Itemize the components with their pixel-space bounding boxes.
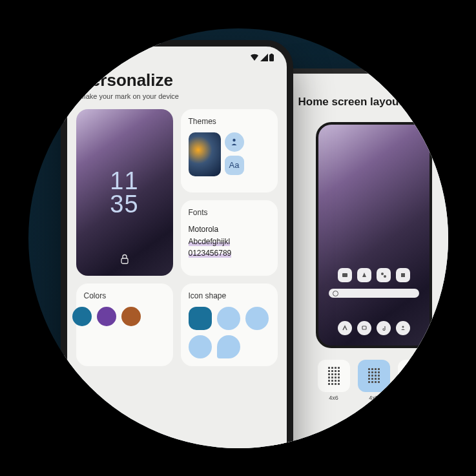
status-time: 11:35: [80, 53, 101, 63]
font-sample-digits: 0123456789: [189, 249, 232, 258]
phone-personalize: 11:35 Personalize Make your mark on your…: [61, 40, 293, 448]
colors-card[interactable]: Colors: [76, 284, 173, 366]
svg-point-11: [233, 139, 235, 141]
svg-point-7: [402, 326, 404, 327]
status-bar: [273, 74, 448, 90]
layout-option-4x6[interactable]: 4x6: [318, 360, 350, 401]
svg-rect-8: [269, 54, 274, 61]
svg-point-3: [381, 273, 384, 275]
lockscreen-clock: 11 35: [110, 169, 138, 216]
theme-font-icon: Aa: [225, 156, 244, 175]
font-name: Motorola: [189, 223, 270, 236]
svg-rect-5: [401, 273, 405, 277]
svg-rect-6: [362, 326, 366, 329]
font-sample-letters: Abcdefghijkl: [189, 237, 231, 246]
wifi-icon: [439, 80, 448, 88]
color-swatches: [84, 307, 165, 326]
layout-option-4x5[interactable]: 4x5: [358, 360, 390, 401]
icon-shapes: [189, 307, 270, 358]
page-title: Home screen layout: [298, 96, 403, 109]
battery-icon: [269, 54, 274, 61]
fonts-card[interactable]: Fonts Motorola Abcdefghijkl 0123456789: [181, 200, 278, 276]
status-bar: 11:35: [67, 47, 287, 65]
page-subtitle: Make your mark on your device: [80, 92, 274, 100]
theme-person-icon: [225, 132, 244, 152]
svg-rect-9: [271, 54, 273, 55]
lock-icon: [120, 254, 129, 267]
wifi-icon: [250, 54, 259, 61]
preview-search-bar: [329, 289, 419, 298]
signal-icon: [260, 54, 268, 61]
page-title: Personalize: [80, 70, 274, 90]
svg-rect-10: [121, 258, 128, 264]
preview-dock: [338, 321, 410, 335]
svg-point-4: [384, 275, 386, 278]
layout-preview: [316, 122, 432, 348]
phone-home-layout: ← Home screen layout: [267, 68, 448, 448]
theme-wallpaper-thumb: [189, 132, 221, 176]
icon-shape-card[interactable]: Icon shape: [181, 284, 278, 366]
layout-option-more[interactable]: [398, 360, 430, 401]
themes-card[interactable]: Themes Aa: [181, 109, 278, 192]
svg-rect-2: [342, 273, 347, 277]
wallpaper-card[interactable]: 11 35: [76, 109, 173, 276]
preview-app-row: [338, 268, 410, 282]
